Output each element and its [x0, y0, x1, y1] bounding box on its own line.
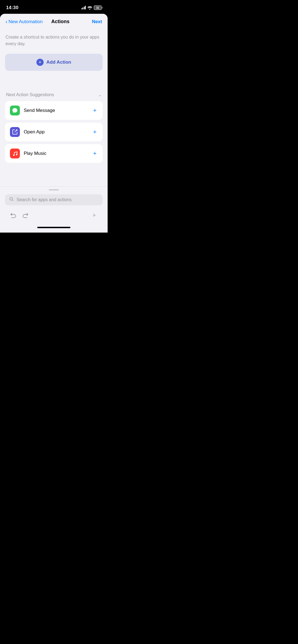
play-music-add-icon[interactable]: +: [92, 150, 98, 157]
spacer: [5, 76, 103, 85]
send-message-label: Send Message: [24, 108, 55, 113]
suggestions-header[interactable]: Next Action Suggestions ⌄: [5, 90, 103, 101]
content-area: Create a shortcut to actions you do in y…: [0, 27, 108, 186]
suggestion-play-music[interactable]: Play Music +: [5, 144, 103, 163]
description-text: Create a shortcut to actions you do in y…: [5, 33, 103, 48]
open-app-label: Open App: [24, 129, 45, 135]
home-indicator: [0, 225, 108, 233]
redo-button[interactable]: [19, 210, 31, 220]
signal-icon: [81, 6, 86, 9]
add-action-button[interactable]: + Add Action: [5, 54, 103, 71]
music-icon: [10, 149, 20, 158]
suggestions-section: Next Action Suggestions ⌄ Send Message +: [5, 90, 103, 166]
search-icon: [9, 197, 14, 203]
drag-handle[interactable]: [49, 189, 59, 190]
play-music-label: Play Music: [24, 151, 46, 156]
battery-icon: 31: [94, 6, 102, 10]
svg-point-2: [16, 154, 17, 155]
wifi-icon: [87, 6, 92, 10]
home-bar: [37, 227, 70, 228]
main-sheet: ‹ New Automation Actions Next Create a s…: [0, 14, 108, 233]
next-button[interactable]: Next: [92, 19, 102, 25]
page-title: Actions: [29, 19, 92, 25]
open-app-icon: [10, 127, 20, 137]
suggestion-send-message[interactable]: Send Message +: [5, 101, 103, 120]
undo-button[interactable]: [7, 210, 19, 220]
status-icons: 31: [81, 6, 102, 10]
suggestion-open-app[interactable]: Open App +: [5, 123, 103, 141]
battery-level: 31: [96, 6, 99, 9]
status-time: 14:30: [6, 5, 18, 10]
chevron-down-icon: ⌄: [98, 93, 102, 97]
messages-icon: [10, 106, 20, 115]
status-bar: 14:30 31: [0, 0, 108, 14]
open-app-add-icon[interactable]: +: [92, 128, 98, 136]
suggestions-title: Next Action Suggestions: [6, 92, 54, 97]
chevron-left-icon: ‹: [6, 19, 7, 24]
nav-header: ‹ New Automation Actions Next: [0, 14, 108, 27]
send-message-add-icon[interactable]: +: [92, 107, 98, 114]
svg-point-0: [89, 9, 91, 10]
plus-circle-icon: +: [36, 59, 44, 66]
svg-point-1: [13, 155, 15, 156]
search-bar[interactable]: Search for apps and actions: [5, 194, 103, 205]
bottom-panel: Search for apps and actions: [0, 186, 108, 225]
play-button[interactable]: [88, 210, 100, 220]
search-input[interactable]: Search for apps and actions: [17, 197, 71, 202]
bottom-toolbar: [5, 209, 103, 220]
add-action-label: Add Action: [46, 60, 71, 65]
